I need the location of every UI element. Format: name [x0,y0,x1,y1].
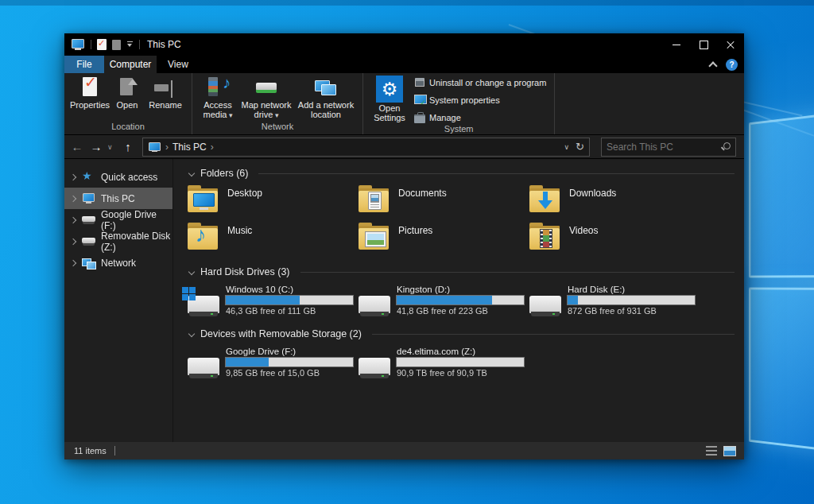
drive-tile[interactable]: Google Drive (F:)9,85 GB free of 15,0 GB [188,346,359,384]
open-settings-button[interactable]: Open Settings [370,76,409,122]
section-header-folders: Folders (6) [188,165,735,181]
close-button[interactable] [717,33,744,56]
tab-computer[interactable]: Computer [104,56,157,73]
sidebar-item-this-pc[interactable]: This PC [64,188,172,209]
map-network-drive-icon [254,76,278,99]
folder-label: Desktop [227,188,262,199]
explorer-window: This PC File Computer View ? [64,33,744,459]
add-network-location-button[interactable]: Add a network location [296,76,356,119]
sidebar-item-google-drive-f[interactable]: Google Drive (F:) [64,209,172,231]
recent-locations-dropdown-icon[interactable]: ∨ [107,143,117,151]
address-dropdown-icon[interactable]: ∨ [564,143,570,151]
status-bar-right [706,446,736,456]
drive-icon [188,356,219,380]
access-media-icon [206,76,230,99]
sidebar-item-removable-disk-z[interactable]: Removable Disk (Z:) [64,231,172,252]
forward-icon[interactable]: → [88,140,104,153]
drive-tile[interactable]: Hard Disk (E:)872 GB free of 931 GB [529,284,700,322]
rename-button[interactable]: Rename [145,76,185,110]
manage-icon [414,112,425,122]
folder-tile-pictures[interactable]: Pictures [359,223,529,260]
drive-tile[interactable]: de4.eltima.com (Z:)90,9 TB free of 90,9 … [359,346,529,384]
back-icon[interactable]: ← [69,140,85,153]
section-collapse-icon[interactable] [188,269,195,276]
expand-chevron-icon[interactable] [70,217,76,223]
address-bar[interactable]: › This PC › ∨ ↻ [142,138,590,157]
ribbon-group-location: Properties Open Rename Location [64,73,192,134]
drive-tile[interactable]: Kingston (D:)41,8 GB free of 223 GB [359,284,529,322]
sidebar-item-quick-access[interactable]: Quick access [64,166,172,188]
drive-icon [82,235,95,247]
collapse-ribbon-icon[interactable] [709,61,717,68]
drive-free-space: 41,8 GB free of 223 GB [397,306,524,316]
folders-grid: DesktopDocumentsDownloadsMusicPicturesVi… [188,185,735,260]
expand-chevron-icon[interactable] [70,260,76,266]
section-divider [372,334,735,335]
sidebar-item-label: Network [101,258,136,269]
qat-properties-icon[interactable] [97,39,107,50]
details-view-icon[interactable] [706,446,717,456]
drive-name: de4.eltima.com (Z:) [397,347,524,356]
add-network-location-icon [314,76,338,99]
group-label-system: System [363,123,554,135]
windows-logo-pane [749,112,814,277]
hard-drive-icon [188,294,219,318]
minimize-button[interactable] [663,33,690,56]
drive-info: Windows 10 (C:)46,3 GB free of 111 GB [226,284,353,322]
drive-free-space: 872 GB free of 931 GB [568,306,695,316]
up-icon[interactable]: ↑ [120,140,136,153]
folder-tile-documents[interactable]: Documents [359,185,529,223]
qat-new-folder-icon[interactable] [112,40,121,50]
title-bar[interactable]: This PC [64,33,744,56]
content-pane: Folders (6) DesktopDocumentsDownloadsMus… [173,159,744,442]
settings-gear-icon [376,76,403,103]
drive-tile[interactable]: Windows 10 (C:)46,3 GB free of 111 GB [188,284,359,322]
search-icon[interactable] [720,142,731,152]
maximize-button[interactable] [690,33,717,56]
section-collapse-icon[interactable] [188,331,195,338]
section-divider [300,272,735,273]
help-icon[interactable]: ? [726,59,738,71]
qat-customize-dropdown-icon[interactable] [126,41,134,48]
sidebar-item-label: This PC [101,193,135,204]
properties-button[interactable]: Properties [71,76,109,110]
search-box[interactable] [601,138,736,157]
section-header-hard-disk-drives: Hard Disk Drives (3) [188,264,735,280]
folder-tile-downloads[interactable]: Downloads [529,185,700,223]
section-collapse-icon[interactable] [188,170,195,177]
sidebar-item-network[interactable]: Network [64,252,172,273]
breadcrumb-chevron-icon[interactable]: › [211,142,214,153]
large-icons-view-icon[interactable] [723,446,736,456]
uninstall-program-button[interactable]: Uninstall or change a program [414,77,546,87]
refresh-icon[interactable]: ↻ [576,141,584,153]
breadcrumb-this-pc[interactable]: This PC [172,142,207,153]
folder-label: Music [227,225,252,236]
tab-file[interactable]: File [64,56,104,73]
expand-chevron-icon[interactable] [70,196,76,202]
divider [91,40,91,49]
tab-view[interactable]: View [157,56,200,73]
map-network-drive-button[interactable]: Map network drive [240,76,293,120]
hard-disk-drives-grid: Windows 10 (C:)46,3 GB free of 111 GBKin… [188,284,735,322]
section-header-removable-storage: Devices with Removable Storage (2) [188,326,735,342]
search-input[interactable] [607,142,720,153]
drive-info: Google Drive (F:)9,85 GB free of 15,0 GB [226,346,353,384]
folder-tile-videos[interactable]: Videos [529,223,700,260]
drive-led [211,375,213,377]
capacity-bar [397,296,524,304]
capacity-bar-fill [397,296,492,304]
drive-name: Kingston (D:) [397,285,524,294]
expand-chevron-icon[interactable] [70,174,76,180]
group-body: Access media Map network drive Add a net… [192,73,362,121]
folder-tile-music[interactable]: Music [188,223,359,260]
manage-button[interactable]: Manage [414,112,546,122]
expand-chevron-icon[interactable] [70,238,76,245]
ribbon: Properties Open Rename Location [64,73,744,135]
open-button[interactable]: Open [112,76,142,110]
drive-icon [359,356,390,380]
folder-tile-desktop[interactable]: Desktop [188,185,359,223]
access-media-button[interactable]: Access media [199,76,237,120]
system-properties-button[interactable]: System properties [414,95,546,105]
breadcrumb-chevron-icon[interactable]: › [165,142,169,153]
drive-info: Kingston (D:)41,8 GB free of 223 GB [397,284,524,322]
